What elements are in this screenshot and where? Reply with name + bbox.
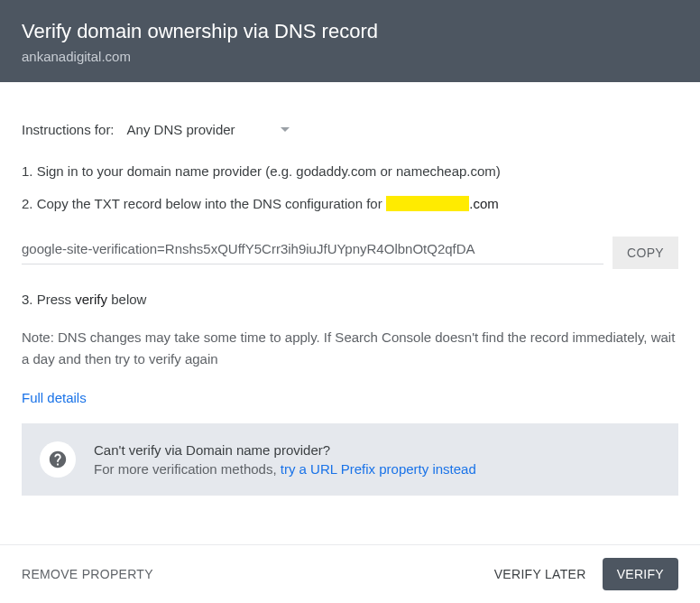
copy-button[interactable]: COPY (612, 237, 678, 269)
callout-text-prefix: For more verification methods, (94, 461, 281, 477)
verify-button[interactable]: VERIFY (603, 558, 678, 590)
step-3-bold: verify (75, 292, 107, 307)
step-3-prefix: 3. Press (22, 292, 75, 307)
dialog-header: Verify domain ownership via DNS record a… (0, 0, 700, 82)
dialog-footer: REMOVE PROPERTY VERIFY LATER VERIFY (0, 544, 700, 603)
txt-record-value[interactable]: google-site-verification=Rnshs5xQUffY5Cr… (22, 241, 603, 264)
full-details-link[interactable]: Full details (22, 390, 87, 405)
provider-select[interactable]: Any DNS provider (127, 122, 290, 137)
dialog-domain: ankanadigital.com (22, 49, 678, 64)
step-2: 2. Copy the TXT record below into the DN… (22, 193, 678, 215)
txt-record-row: google-site-verification=Rnshs5xQUffY5Cr… (22, 237, 678, 269)
step-2-prefix: 2. Copy the TXT record below into the DN… (22, 196, 386, 211)
chevron-down-icon (281, 127, 290, 132)
step-2-redacted: ankanadigital (386, 196, 469, 211)
help-icon (40, 441, 76, 478)
step-3: 3. Press verify below (22, 289, 678, 311)
step-1: 1. Sign in to your domain name provider … (22, 161, 678, 182)
dialog-content: Instructions for: Any DNS provider 1. Si… (0, 82, 700, 496)
callout-text: For more verification methods, try a URL… (94, 461, 476, 477)
step-3-suffix: below (107, 292, 146, 307)
callout-body: Can't verify via Domain name provider? F… (94, 442, 476, 477)
callout-title: Can't verify via Domain name provider? (94, 442, 476, 458)
dialog-title: Verify domain ownership via DNS record (22, 20, 678, 43)
callout-box: Can't verify via Domain name provider? F… (22, 423, 678, 496)
step-2-suffix: .com (469, 196, 499, 211)
remove-property-button[interactable]: REMOVE PROPERTY (22, 567, 153, 581)
verify-later-button[interactable]: VERIFY LATER (494, 567, 586, 581)
instructions-label: Instructions for: (22, 122, 115, 137)
url-prefix-link[interactable]: try a URL Prefix property instead (281, 461, 476, 477)
note-text: Note: DNS changes may take some time to … (22, 327, 678, 370)
instructions-row: Instructions for: Any DNS provider (22, 122, 678, 137)
provider-select-value: Any DNS provider (127, 122, 235, 137)
